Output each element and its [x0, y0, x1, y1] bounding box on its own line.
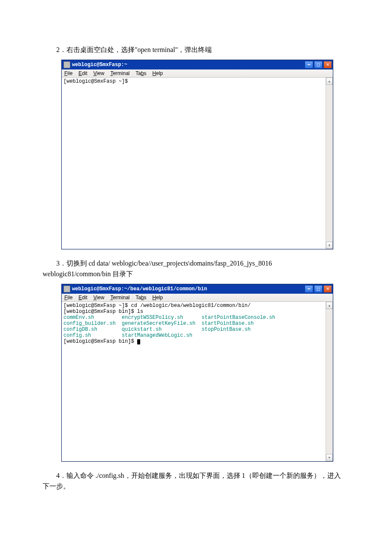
menu-file[interactable]: File	[64, 70, 72, 76]
titlebar: weblogic@SmxFasp:~/bea/weblogic81/common…	[62, 284, 333, 294]
maximize-button[interactable]: ◻	[314, 285, 323, 293]
terminal-content[interactable]: [weblogic@SmxFasp ~]$	[62, 78, 326, 249]
menu-help[interactable]: Help	[153, 295, 163, 301]
menu-tabs[interactable]: Tabs	[135, 295, 146, 301]
maximize-button[interactable]: ◻	[314, 61, 323, 69]
close-button[interactable]: ✕	[323, 285, 332, 293]
minimize-button[interactable]: ━	[305, 61, 313, 69]
menubar: File Edit View Terminal Tabs Help	[62, 69, 333, 78]
scroll-up-button[interactable]: ▴	[326, 78, 333, 85]
menu-edit[interactable]: Edit	[78, 295, 87, 301]
terminal-icon	[63, 61, 70, 68]
terminal-icon	[63, 286, 70, 292]
minimize-button[interactable]: ━	[305, 285, 313, 293]
scroll-down-button[interactable]: ▾	[326, 454, 333, 461]
scroll-up-button[interactable]: ▴	[326, 302, 333, 309]
terminal-window-1: weblogic@SmxFasp:~ ━ ◻ ✕ File Edit View …	[61, 60, 333, 249]
step4-text: 4．输入命令 ./config.sh，开始创建服务，出现如下界面，选择 1（即创…	[43, 470, 341, 492]
menu-help[interactable]: Help	[153, 70, 163, 76]
menu-terminal[interactable]: Terminal	[110, 70, 130, 76]
step3-text-a: 3．切换到 cd data/ weblogic/bea//user_projec…	[43, 258, 341, 269]
menu-view[interactable]: View	[93, 70, 104, 76]
titlebar: weblogic@SmxFasp:~ ━ ◻ ✕	[62, 60, 333, 69]
menu-edit[interactable]: Edit	[78, 70, 87, 76]
close-button[interactable]: ✕	[323, 61, 332, 69]
step3-text-b: weblogic81/common/bin 目录下	[43, 269, 341, 280]
window-title: weblogic@SmxFasp:~	[72, 62, 127, 68]
menubar: File Edit View Terminal Tabs Help	[62, 294, 333, 302]
cursor	[137, 339, 140, 344]
scroll-down-button[interactable]: ▾	[326, 242, 333, 249]
terminal-content[interactable]: [weblogic@SmxFasp ~]$ cd /weblogic/bea/w…	[62, 302, 326, 461]
step2-text: 2．右击桌面空白处，选择"open terminal"，弹出终端	[43, 44, 341, 55]
scrollbar[interactable]: ▴ ▾	[326, 78, 333, 249]
menu-file[interactable]: File	[64, 295, 72, 301]
menu-view[interactable]: View	[93, 295, 104, 301]
menu-tabs[interactable]: Tabs	[135, 70, 146, 76]
menu-terminal[interactable]: Terminal	[110, 295, 130, 301]
terminal-window-2: weblogic@SmxFasp:~/bea/weblogic81/common…	[61, 284, 333, 462]
window-title: weblogic@SmxFasp:~/bea/weblogic81/common…	[72, 286, 207, 292]
scrollbar[interactable]: ▴ ▾	[326, 302, 333, 461]
